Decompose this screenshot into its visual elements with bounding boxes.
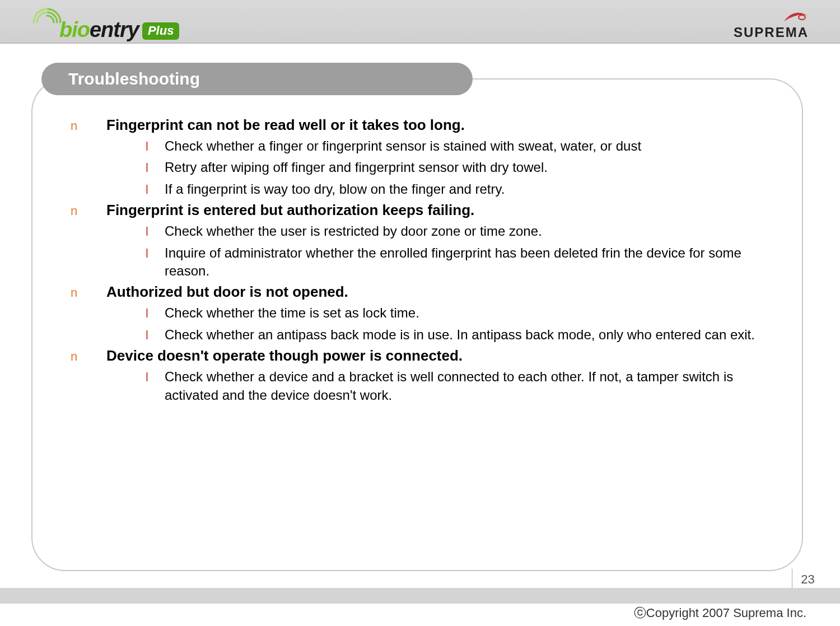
item-text: Check whether an antipass back mode is i… [165, 326, 755, 344]
copyright-text: ⓒCopyright 2007 Suprema Inc. [634, 605, 806, 622]
item-bullet-icon: l [146, 181, 165, 198]
topic-block: n Fingerprint is entered but authorizati… [67, 202, 773, 280]
list-item: lInquire of administrator whether the en… [146, 244, 773, 281]
list-item: lCheck whether the time is set as lock t… [146, 304, 773, 322]
list-item: lCheck whether a device and a bracket is… [146, 368, 773, 404]
topic-bullet-icon: n [67, 204, 106, 218]
topic-bullet-icon: n [67, 349, 106, 364]
item-bullet-icon: l [146, 305, 165, 322]
topic-heading: Fingerprint is entered but authorization… [106, 202, 474, 219]
content-body: n Fingerprint can not be read well or it… [67, 116, 773, 408]
topic-heading: Device doesn't operate though power is c… [106, 347, 463, 365]
item-text: Inquire of administrator whether the enr… [165, 244, 758, 281]
logo-suprema-text: SUPREMA [734, 25, 809, 40]
suprema-swoosh-icon [783, 10, 809, 25]
item-bullet-icon: l [146, 138, 165, 155]
topic-heading: Authorized but door is not opened. [106, 283, 348, 301]
section-title: Troubleshooting [68, 69, 200, 88]
list-item: lCheck whether the user is restricted by… [146, 222, 773, 240]
topic-block: n Device doesn't operate though power is… [67, 347, 773, 404]
item-text: Retry after wiping off finger and finger… [165, 158, 548, 176]
item-bullet-icon: l [146, 327, 165, 344]
logo-bioentry-plus: bioentry Plus [30, 2, 179, 42]
topic-bullet-icon: n [67, 119, 106, 133]
item-bullet-icon: l [146, 245, 165, 262]
footer-bar [0, 588, 840, 604]
item-text: If a fingerprint is way too dry, blow on… [165, 180, 505, 198]
list-item: lCheck whether a finger or fingerprint s… [146, 137, 773, 155]
item-text: Check whether the user is restricted by … [165, 222, 542, 240]
fingerprint-swirl-icon [30, 6, 64, 39]
item-bullet-icon: l [146, 369, 165, 386]
item-text: Check whether the time is set as lock ti… [165, 304, 419, 322]
list-item: lCheck whether an antipass back mode is … [146, 326, 773, 344]
list-item: lRetry after wiping off finger and finge… [146, 158, 773, 176]
topic-block: n Fingerprint can not be read well or it… [67, 116, 773, 198]
topic-heading: Fingerprint can not be read well or it t… [106, 116, 465, 134]
section-title-pill: Troubleshooting [41, 63, 473, 95]
item-text: Check whether a device and a bracket is … [165, 368, 758, 404]
logo-suprema: SUPREMA [734, 10, 809, 40]
logo-text-bio: bio [59, 18, 90, 42]
page-number: 23 [792, 569, 818, 590]
item-bullet-icon: l [146, 160, 165, 176]
item-text: Check whether a finger or fingerprint se… [165, 137, 641, 155]
topic-block: n Authorized but door is not opened. lCh… [67, 283, 773, 344]
logo-text-entry: entry [90, 18, 139, 42]
logo-text-plus: Plus [142, 22, 179, 40]
item-bullet-icon: l [146, 223, 165, 240]
svg-point-0 [799, 15, 805, 20]
list-item: lIf a fingerprint is way too dry, blow o… [146, 180, 773, 198]
topic-bullet-icon: n [67, 286, 106, 300]
